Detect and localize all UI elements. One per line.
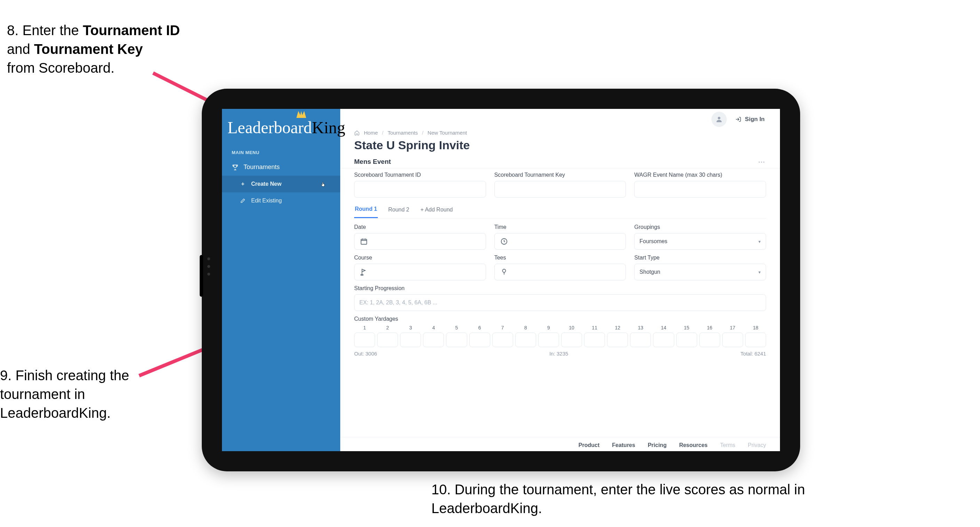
- step-10: 10. During the tournament, enter the liv…: [431, 480, 821, 517]
- input-date[interactable]: [354, 233, 486, 250]
- sidebar-item-label: Edit Existing: [251, 197, 282, 204]
- label-date: Date: [354, 224, 486, 230]
- flag-icon: [360, 267, 368, 277]
- sign-in-button[interactable]: Sign In: [735, 116, 765, 123]
- hole-yardage-input[interactable]: [584, 333, 605, 347]
- calendar-icon: [360, 237, 368, 246]
- hole-yardage-input[interactable]: [446, 333, 467, 347]
- hole-number: 4: [423, 325, 444, 330]
- hole-8: 8: [515, 325, 536, 347]
- label-sb-key: Scoreboard Tournament Key: [494, 172, 626, 178]
- section-header: Mens Event ⋯: [340, 158, 780, 168]
- hole-15: 15: [676, 325, 697, 347]
- sidebar-item-tournaments[interactable]: Tournaments: [222, 159, 340, 176]
- tablet-speaker-dots: [207, 258, 210, 275]
- tab-round-1[interactable]: Round 1: [354, 202, 378, 218]
- sidebar-item-create-new[interactable]: + Create New: [222, 176, 340, 193]
- hole-yardage-input[interactable]: [653, 333, 674, 347]
- select-groupings[interactable]: Foursomes ▾: [634, 233, 766, 250]
- svg-point-6: [502, 269, 506, 272]
- hole-7: 7: [492, 325, 513, 347]
- footer-features[interactable]: Features: [612, 442, 635, 448]
- hole-number: 11: [584, 325, 605, 330]
- label-time: Time: [494, 224, 626, 230]
- tab-round-2[interactable]: Round 2: [388, 203, 410, 218]
- round-tabs: Round 1 Round 2 Add Round: [354, 202, 766, 218]
- svg-rect-3: [361, 239, 367, 245]
- hole-yardage-input[interactable]: [676, 333, 697, 347]
- app-logo: LeaderboardKing: [228, 112, 335, 142]
- hole-number: 16: [699, 325, 720, 330]
- input-tees[interactable]: [494, 264, 626, 280]
- hole-16: 16: [699, 325, 720, 347]
- sidebar-item-label: Tournaments: [243, 164, 280, 171]
- crumb-new: New Tournament: [428, 130, 467, 136]
- crumb-home[interactable]: Home: [364, 130, 378, 136]
- hole-yardage-input[interactable]: [699, 333, 720, 347]
- tablet-frame: LeaderboardKing MAIN MENU Tournaments + …: [202, 89, 800, 471]
- chevron-down-icon: ▾: [758, 239, 761, 244]
- select-value: Shotgun: [640, 269, 660, 275]
- hole-4: 4: [423, 325, 444, 347]
- hole-yardage-input[interactable]: [630, 333, 651, 347]
- hole-number: 7: [492, 325, 513, 330]
- input-starting-progression[interactable]: EX: 1, 2A, 2B, 3, 4, 5, 6A, 6B ...: [354, 294, 766, 311]
- hole-2: 2: [377, 325, 398, 347]
- yardage-totals: Out: 3006 In: 3235 Total: 6241: [354, 351, 766, 357]
- hole-10: 10: [561, 325, 582, 347]
- input-course[interactable]: [354, 264, 486, 280]
- hole-yardage-input[interactable]: [469, 333, 490, 347]
- sidebar-item-label: Create New: [251, 181, 282, 187]
- home-icon: [354, 130, 360, 136]
- hole-number: 3: [400, 325, 421, 330]
- user-icon: [715, 116, 723, 123]
- hole-number: 1: [354, 325, 375, 330]
- hole-number: 12: [607, 325, 628, 330]
- hole-yardage-input[interactable]: [561, 333, 582, 347]
- hole-yardage-input[interactable]: [607, 333, 628, 347]
- hole-5: 5: [446, 325, 467, 347]
- hole-number: 15: [676, 325, 697, 330]
- label-tees: Tees: [494, 255, 626, 261]
- app-root: LeaderboardKing MAIN MENU Tournaments + …: [222, 109, 780, 451]
- hole-yardage-input[interactable]: [515, 333, 536, 347]
- sidebar-item-edit-existing[interactable]: Edit Existing: [222, 193, 340, 209]
- hole-number: 17: [722, 325, 743, 330]
- hole-yardage-input[interactable]: [377, 333, 398, 347]
- edit-icon: [239, 197, 246, 204]
- footer-pricing[interactable]: Pricing: [648, 442, 667, 448]
- hole-yardage-input[interactable]: [400, 333, 421, 347]
- more-icon[interactable]: ⋯: [758, 158, 766, 166]
- label-course: Course: [354, 255, 486, 261]
- tee-icon: [500, 267, 509, 277]
- input-wagr[interactable]: [634, 181, 766, 197]
- avatar[interactable]: [711, 111, 727, 127]
- hole-6: 6: [469, 325, 490, 347]
- hole-yardage-input[interactable]: [423, 333, 444, 347]
- input-time[interactable]: [494, 233, 626, 250]
- hole-17: 17: [722, 325, 743, 347]
- hole-number: 6: [469, 325, 490, 330]
- hole-yardage-input[interactable]: [492, 333, 513, 347]
- footer-terms[interactable]: Terms: [720, 442, 735, 448]
- footer-resources[interactable]: Resources: [679, 442, 708, 448]
- sign-in-label: Sign In: [745, 116, 765, 123]
- footer: Product Features Pricing Resources Terms…: [340, 437, 780, 451]
- hole-yardage-input[interactable]: [722, 333, 743, 347]
- hole-yardage-input[interactable]: [354, 333, 375, 347]
- hole-number: 13: [630, 325, 651, 330]
- page-title: State U Spring Invite: [340, 136, 780, 158]
- select-start-type[interactable]: Shotgun ▾: [634, 264, 766, 280]
- tab-add-round[interactable]: Add Round: [420, 203, 453, 218]
- footer-privacy[interactable]: Privacy: [748, 442, 766, 448]
- hole-14: 14: [653, 325, 674, 347]
- crumb-tournaments[interactable]: Tournaments: [388, 130, 418, 136]
- footer-product[interactable]: Product: [579, 442, 600, 448]
- input-sb-id[interactable]: [354, 181, 486, 197]
- chevron-down-icon: ▾: [758, 269, 761, 275]
- hole-yardage-input[interactable]: [745, 333, 766, 347]
- crown-icon: [296, 111, 306, 118]
- input-sb-key[interactable]: [494, 181, 626, 197]
- placeholder-text: EX: 1, 2A, 2B, 3, 4, 5, 6A, 6B ...: [360, 299, 437, 306]
- hole-yardage-input[interactable]: [538, 333, 559, 347]
